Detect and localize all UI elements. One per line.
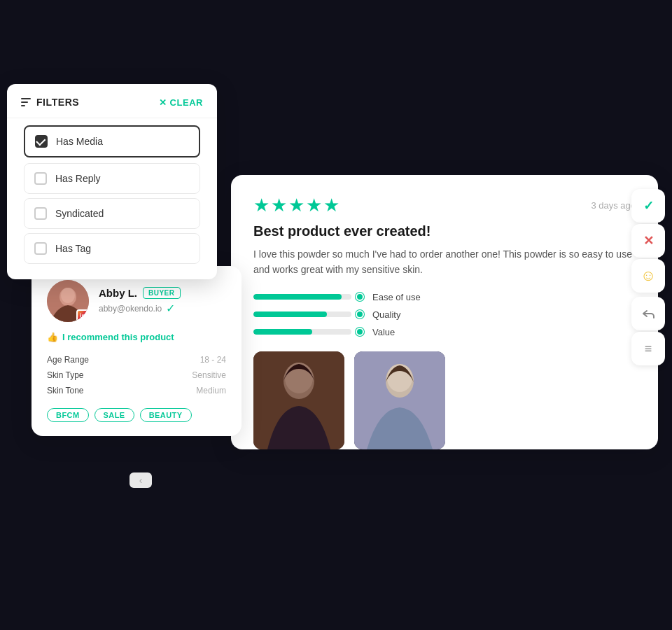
filter-label-has-media: Has Media xyxy=(56,136,103,147)
filter-item-has-tag[interactable]: Has Tag xyxy=(24,233,200,264)
verified-icon: ✓ xyxy=(166,302,175,315)
attr-age-key: Age Range xyxy=(47,355,89,365)
panel-collapse-button[interactable]: ‹ xyxy=(130,472,152,488)
rating-fill-value xyxy=(253,329,312,335)
user-header: ig Abby L. BUYER abby@okendo.io ✓ xyxy=(47,280,226,322)
attr-age-value: 18 - 24 xyxy=(200,355,226,365)
rating-bar-value xyxy=(253,329,351,335)
user-name: Abby L. xyxy=(99,287,137,299)
ratings-section: Ease of use Quality Value xyxy=(253,292,636,337)
rating-label-ease: Ease of use xyxy=(372,292,421,302)
filter-panel: FILTERS ✕ CLEAR Has Media Has Reply Synd… xyxy=(7,84,217,279)
rating-fill-ease xyxy=(253,294,342,300)
user-card: ig Abby L. BUYER abby@okendo.io ✓ 👍 I re… xyxy=(31,266,241,436)
filter-header: FILTERS ✕ CLEAR xyxy=(7,84,217,118)
rating-label-quality: Quality xyxy=(372,309,421,320)
filter-clear-button[interactable]: ✕ CLEAR xyxy=(159,97,203,108)
reply-button[interactable] xyxy=(631,297,665,330)
attr-skin-type: Skin Type Sensitive xyxy=(47,368,226,383)
attr-skin-tone: Skin Tone Medium xyxy=(47,383,226,398)
filter-label-has-reply: Has Reply xyxy=(55,173,101,184)
tag-bfcm[interactable]: BFCM xyxy=(47,408,89,422)
buyer-badge: BUYER xyxy=(143,287,181,299)
user-attributes: Age Range 18 - 24 Skin Type Sensitive Sk… xyxy=(47,352,226,398)
rating-bar-quality xyxy=(253,312,351,317)
rating-row-quality: Quality xyxy=(253,309,636,320)
attr-skin-tone-value: Medium xyxy=(196,386,226,396)
tags-row: BFCM SALE BEAUTY xyxy=(47,408,226,422)
recommend-text: I recommend this product xyxy=(62,332,174,342)
rating-dot-value xyxy=(356,328,364,336)
clear-label: CLEAR xyxy=(170,97,203,108)
rating-row-ease: Ease of use xyxy=(253,292,636,302)
review-title: Best product ever created! xyxy=(253,223,636,239)
rating-label-value: Value xyxy=(372,327,421,337)
sentiment-button[interactable]: ☺ xyxy=(631,259,665,293)
side-actions: ✓ ✕ ☺ ≡ xyxy=(631,189,665,365)
attr-age-range: Age Range 18 - 24 xyxy=(47,352,226,368)
review-top-bar: ★★★★★ 3 days ago xyxy=(253,195,636,216)
attr-skin-tone-key: Skin Tone xyxy=(47,386,83,396)
checkbox-has-reply[interactable] xyxy=(34,172,47,185)
user-name-row: Abby L. BUYER xyxy=(99,287,226,299)
review-image-2[interactable] xyxy=(354,351,445,449)
recommend-row: 👍 I recommend this product xyxy=(47,332,226,342)
reject-button[interactable]: ✕ xyxy=(631,224,665,258)
tag-beauty[interactable]: BEAUTY xyxy=(140,408,192,422)
rating-fill-quality xyxy=(253,312,327,317)
attr-skin-type-value: Sensitive xyxy=(192,370,226,380)
instagram-badge: ig xyxy=(76,309,89,322)
checkbox-syndicated[interactable] xyxy=(34,207,47,220)
approve-button[interactable]: ✓ xyxy=(631,189,665,223)
rating-row-value: Value xyxy=(253,327,636,337)
review-card: ★★★★★ 3 days ago Best product ever creat… xyxy=(231,175,658,449)
filter-label-syndicated: Syndicated xyxy=(55,208,104,219)
user-email-row: abby@okendo.io ✓ xyxy=(99,302,226,315)
rating-dot-quality xyxy=(356,310,364,318)
checkbox-has-tag[interactable] xyxy=(34,242,47,255)
review-images xyxy=(253,351,636,449)
thumbs-up-icon: 👍 xyxy=(47,332,58,342)
rating-dot-ease xyxy=(356,293,364,301)
review-photo-2 xyxy=(354,351,445,449)
filter-label-has-tag: Has Tag xyxy=(55,243,91,254)
svg-point-8 xyxy=(61,288,75,303)
filter-item-has-reply[interactable]: Has Reply xyxy=(24,163,200,194)
review-timestamp: 3 days ago xyxy=(591,200,636,211)
review-body: I love this powder so much I've had to o… xyxy=(253,246,636,278)
attr-skin-type-key: Skin Type xyxy=(47,370,83,380)
filter-title: FILTERS xyxy=(21,97,79,108)
review-image-1[interactable] xyxy=(253,351,344,449)
user-email-text: abby@okendo.io xyxy=(99,304,162,314)
filter-item-syndicated[interactable]: Syndicated xyxy=(24,198,200,229)
star-rating: ★★★★★ xyxy=(253,195,341,216)
more-options-button[interactable]: ≡ xyxy=(631,332,665,365)
avatar: ig xyxy=(47,280,89,322)
filter-title-text: FILTERS xyxy=(36,97,79,108)
tag-sale[interactable]: SALE xyxy=(94,408,134,422)
checkbox-has-media[interactable] xyxy=(35,135,48,148)
clear-x-icon: ✕ xyxy=(159,97,167,108)
review-photo-1 xyxy=(253,351,344,449)
filter-item-has-media[interactable]: Has Media xyxy=(24,125,200,158)
user-info: Abby L. BUYER abby@okendo.io ✓ xyxy=(99,287,226,315)
rating-bar-ease xyxy=(253,294,351,300)
filter-icon xyxy=(21,98,31,106)
